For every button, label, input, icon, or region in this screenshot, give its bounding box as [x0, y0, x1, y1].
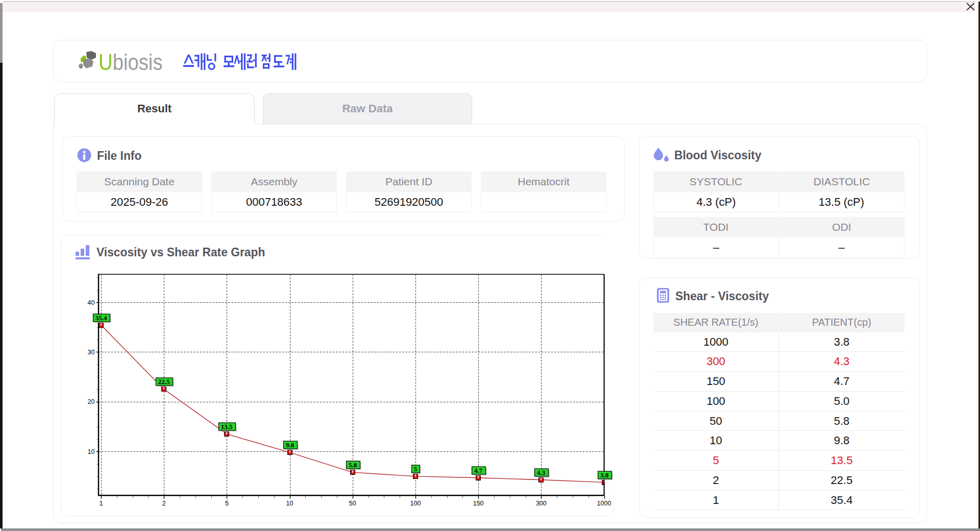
- svg-text:13.5: 13.5: [221, 423, 233, 430]
- svg-text:5: 5: [225, 500, 229, 507]
- svg-text:4.7: 4.7: [474, 467, 483, 474]
- svg-text:30: 30: [88, 349, 95, 356]
- svg-text:10: 10: [286, 500, 293, 507]
- svg-text:9.8: 9.8: [286, 441, 295, 449]
- svg-text:4.3: 4.3: [537, 469, 546, 476]
- svg-text:3.8: 3.8: [600, 471, 609, 479]
- svg-text:5: 5: [414, 465, 418, 473]
- svg-text:5.8: 5.8: [349, 461, 357, 469]
- svg-text:300: 300: [536, 500, 547, 507]
- svg-text:1: 1: [100, 500, 103, 507]
- svg-text:50: 50: [349, 500, 356, 507]
- svg-text:20: 20: [88, 398, 95, 405]
- svg-text:100: 100: [410, 500, 421, 507]
- svg-text:40: 40: [88, 299, 95, 306]
- svg-text:22.5: 22.5: [158, 378, 170, 385]
- svg-text:1000: 1000: [597, 500, 611, 507]
- svg-text:10: 10: [88, 448, 95, 455]
- svg-text:35.4: 35.4: [95, 314, 107, 322]
- svg-text:150: 150: [473, 500, 484, 507]
- svg-text:2: 2: [162, 500, 166, 507]
